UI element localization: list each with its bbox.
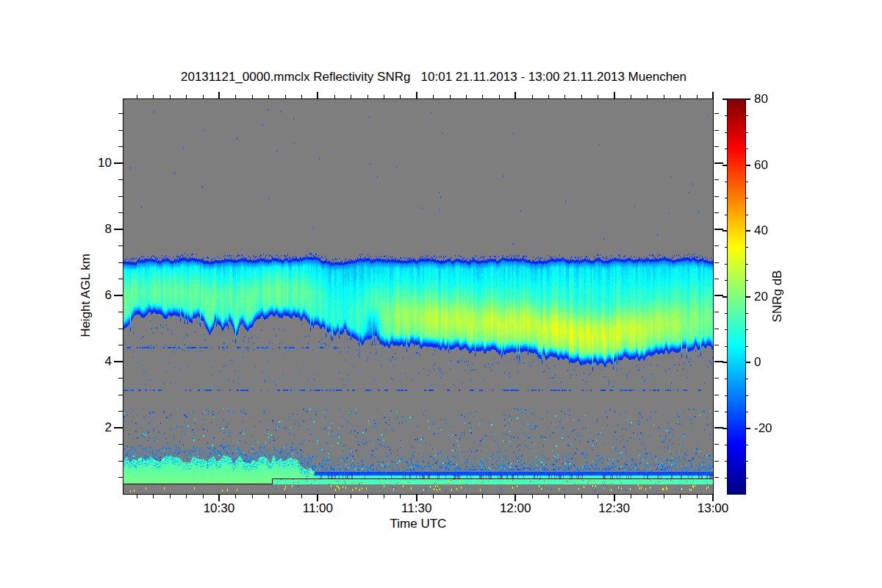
x-minor-tick (203, 495, 204, 498)
cbar-minor-tick (725, 264, 727, 265)
y-minor-tick-right (714, 262, 719, 263)
x-minor-tick (631, 495, 631, 498)
y-major-tick (114, 427, 123, 429)
x-minor-tick-top (631, 95, 631, 98)
x-minor-tick-top (664, 95, 664, 98)
cbar-tick-label: -20 (754, 421, 791, 436)
cbar-minor-tick (725, 329, 727, 330)
y-minor-tick-right (714, 395, 719, 395)
y-minor-tick-right (714, 411, 719, 412)
y-minor-tick-right (714, 477, 719, 478)
x-minor-tick-top (268, 95, 269, 98)
cbar-major-tick-right (746, 230, 750, 232)
x-minor-tick (564, 495, 565, 498)
y-minor-tick-right (714, 329, 719, 329)
y-minor-tick-right (714, 461, 719, 462)
heatmap-canvas (123, 98, 714, 495)
x-tick-label: 12:00 (493, 501, 537, 516)
y-minor-tick (118, 245, 123, 246)
cbar-minor-tick-right (746, 478, 748, 478)
y-minor-tick (118, 113, 123, 114)
y-minor-tick (118, 444, 123, 445)
cbar-minor-tick (725, 132, 727, 133)
cbar-minor-tick (725, 395, 727, 396)
cbar-minor-tick-right (746, 148, 748, 149)
y-minor-tick (118, 212, 123, 213)
y-minor-tick (118, 411, 123, 412)
x-minor-tick-top (433, 95, 434, 98)
y-tick-label: 10 (71, 156, 112, 171)
x-minor-tick (301, 495, 302, 498)
x-minor-tick (499, 495, 500, 498)
y-major-tick (114, 162, 123, 164)
y-minor-tick (118, 196, 123, 197)
cbar-minor-tick-right (746, 264, 748, 265)
x-minor-tick-top (532, 95, 533, 98)
x-axis-title: Time UTC (345, 517, 492, 531)
x-major-tick (416, 495, 417, 501)
x-minor-tick-top (384, 95, 384, 98)
y-minor-tick (118, 378, 123, 379)
cbar-major-tick-right (746, 428, 750, 429)
x-minor-tick-top (285, 95, 286, 98)
x-minor-tick (680, 495, 681, 498)
cbar-tick-label: 40 (754, 223, 791, 238)
y-minor-tick-right (714, 130, 719, 131)
x-minor-tick-top (301, 95, 302, 98)
x-major-tick (317, 495, 318, 501)
x-major-tick-top (712, 92, 714, 98)
y-minor-tick-right (714, 212, 719, 213)
cbar-minor-tick (725, 198, 727, 198)
x-minor-tick-top (581, 95, 582, 98)
x-minor-tick-top (564, 95, 565, 98)
x-minor-tick (450, 495, 451, 498)
x-minor-tick (170, 495, 171, 498)
cbar-major-tick (723, 428, 727, 429)
cbar-minor-tick (725, 379, 727, 379)
x-tick-label: 11:30 (395, 501, 439, 516)
cbar-major-tick (723, 296, 727, 298)
x-minor-tick (235, 495, 236, 498)
cbar-minor-tick-right (746, 280, 748, 281)
x-major-tick (614, 495, 615, 501)
colorbar-canvas (727, 98, 746, 495)
cbar-major-tick-right (746, 98, 750, 100)
cbar-minor-tick (725, 412, 727, 412)
x-minor-tick (384, 495, 384, 498)
y-minor-tick-right (714, 146, 719, 147)
cbar-minor-tick (725, 215, 727, 215)
cbar-major-tick-right (746, 296, 750, 298)
y-minor-tick-right (714, 345, 719, 345)
x-minor-tick-top (252, 95, 253, 98)
cbar-minor-tick-right (746, 313, 748, 314)
y-minor-tick-right (714, 113, 719, 114)
x-minor-tick-top (203, 95, 204, 98)
x-tick-label: 12:30 (592, 501, 637, 516)
cbar-minor-tick-right (746, 198, 748, 198)
cbar-major-tick (723, 230, 727, 232)
x-minor-tick-top (186, 95, 187, 98)
x-minor-tick-top (153, 95, 154, 98)
cbar-tick-label: 60 (754, 158, 791, 173)
x-minor-tick (581, 495, 582, 498)
y-major-tick (114, 295, 123, 296)
cbar-minor-tick (725, 280, 727, 281)
cbar-minor-tick (725, 313, 727, 314)
y-minor-tick (118, 395, 123, 395)
x-minor-tick-top (466, 95, 467, 98)
x-minor-tick-top (680, 95, 681, 98)
cbar-major-tick-right (746, 165, 750, 166)
x-minor-tick (153, 495, 154, 498)
x-major-tick (712, 495, 714, 501)
cbar-minor-tick-right (746, 346, 748, 347)
cbar-minor-tick-right (746, 247, 748, 248)
cbar-minor-tick-right (746, 329, 748, 330)
y-minor-tick-right (714, 444, 719, 445)
cbar-minor-tick-right (746, 182, 748, 182)
x-major-tick-top (416, 92, 417, 98)
x-minor-tick-top (400, 95, 401, 98)
y-minor-tick-right (714, 312, 719, 312)
colorbar-title: SNRg dB (770, 237, 785, 355)
x-minor-tick (137, 495, 137, 498)
x-minor-tick (466, 495, 467, 498)
